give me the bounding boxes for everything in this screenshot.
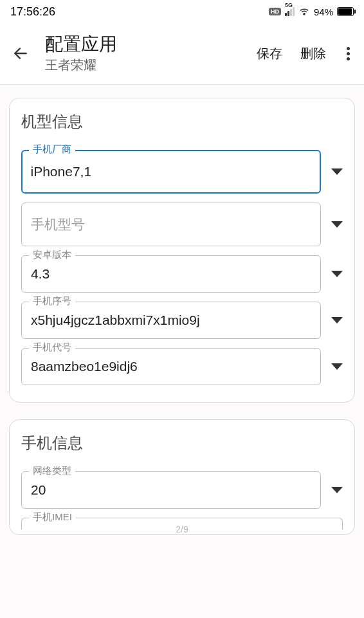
status-time: 17:56:26	[10, 5, 55, 19]
field-label: 手机厂商	[29, 143, 75, 156]
dropdown-icon[interactable]	[331, 221, 343, 228]
dropdown-icon[interactable]	[331, 363, 343, 370]
page-title: 配置应用	[45, 33, 241, 55]
model-input[interactable]: 手机型号	[21, 203, 321, 246]
save-button[interactable]: 保存	[257, 45, 282, 62]
app-bar: 配置应用 王者荣耀 保存 删除	[0, 23, 364, 84]
battery-percentage: 94%	[314, 6, 333, 17]
field-label: 手机代号	[29, 341, 75, 354]
codename-field[interactable]: 手机代号 8aamzbeo1e9idj6	[21, 348, 321, 385]
network-type-field[interactable]: 网络类型 20	[21, 471, 321, 509]
dropdown-icon[interactable]	[331, 487, 343, 493]
field-label: 手机IMEI	[29, 511, 76, 523]
title-block: 配置应用 王者荣耀	[45, 33, 241, 74]
delete-button[interactable]: 删除	[300, 45, 326, 62]
device-info-title: 机型信息	[21, 111, 343, 132]
serial-field[interactable]: 手机序号 x5hju4jgcz1abbxmi7x1mio9j	[21, 302, 321, 339]
wifi-icon	[298, 6, 310, 17]
overflow-menu-button[interactable]	[344, 44, 352, 63]
status-icons: HD 5G 94%	[269, 6, 354, 17]
svg-point-0	[304, 14, 305, 15]
phone-info-title: 手机信息	[21, 433, 343, 453]
dropdown-icon[interactable]	[331, 168, 343, 175]
android-version-field[interactable]: 安卓版本 4.3	[21, 255, 321, 293]
page-subtitle: 王者荣耀	[45, 57, 241, 74]
status-bar: 17:56:26 HD 5G 94%	[0, 0, 364, 23]
field-label: 手机序号	[29, 295, 75, 307]
content-area: 机型信息 手机厂商 iPhone7,1 手机型号 安卓版本 4.3 手机序号	[0, 85, 364, 565]
network-label: 5G	[285, 2, 293, 8]
back-button[interactable]	[12, 44, 30, 62]
model-field[interactable]: 手机型号	[21, 203, 321, 246]
hd-icon: HD	[269, 8, 281, 15]
dropdown-icon[interactable]	[331, 271, 343, 277]
signal-icon: 5G	[285, 7, 295, 16]
dropdown-icon[interactable]	[331, 317, 343, 323]
phone-info-card: 手机信息 网络类型 20 手机IMEI 2/9	[9, 419, 355, 535]
manufacturer-input[interactable]: iPhone7,1	[21, 150, 321, 194]
field-label: 安卓版本	[29, 249, 75, 261]
imei-field[interactable]: 手机IMEI	[21, 518, 343, 529]
battery-icon	[337, 7, 354, 16]
manufacturer-field[interactable]: 手机厂商 iPhone7,1	[21, 150, 321, 194]
device-info-card: 机型信息 手机厂商 iPhone7,1 手机型号 安卓版本 4.3 手机序号	[9, 98, 355, 403]
field-label: 网络类型	[29, 465, 75, 477]
